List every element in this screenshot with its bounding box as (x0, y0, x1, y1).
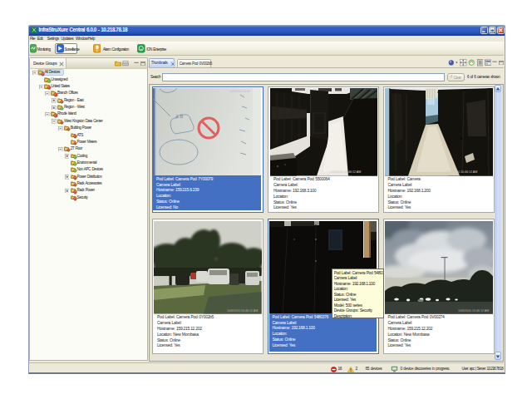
svg-text:10/6/2010 10:46:12 AM: 10/6/2010 10:46:12 AM (330, 170, 361, 174)
svg-text:10/6/2010 10:46:12 AM: 10/6/2010 10:46:12 AM (458, 309, 489, 313)
svg-text:A B: A B (175, 114, 183, 119)
svg-text:10/6/2010 10:46:12 AM: 10/6/2010 10:46:12 AM (446, 170, 477, 174)
svg-text:10/6/2010 10:46: 10/6/2010 10:46 (229, 89, 250, 92)
svg-text:10/6/2010 10:46:12 AM: 10/6/2010 10:46:12 AM (227, 309, 258, 313)
